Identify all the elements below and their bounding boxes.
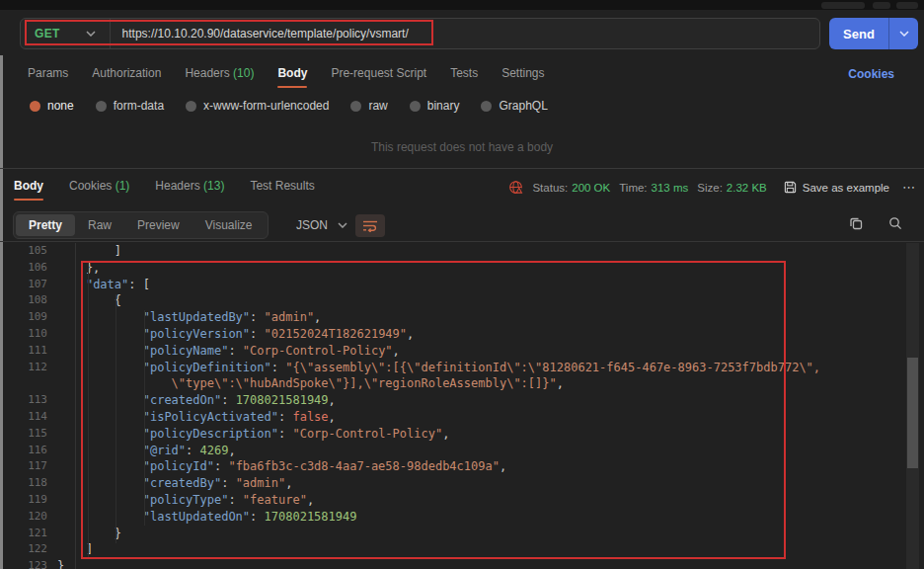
line-number: 118 <box>0 475 47 492</box>
line-number: 112 <box>0 360 47 376</box>
radio-label: x-www-form-urlencoded <box>203 99 329 113</box>
body-type-radio-none[interactable]: none <box>30 99 74 113</box>
time-label: Time: <box>619 182 647 194</box>
line-number: 117 <box>0 458 47 475</box>
line-number: 119 <box>0 492 47 509</box>
time-value: 313 ms <box>652 182 689 194</box>
code-line-text: "data": [ <box>47 277 150 293</box>
code-line: 122 ] <box>0 541 924 558</box>
code-line-text: { <box>47 292 121 309</box>
body-type-radio-form-data[interactable]: form-data <box>96 99 164 113</box>
line-number: 122 <box>0 541 47 558</box>
status-badge: Status: 200 OK <box>532 182 610 194</box>
code-line-text: "policyDefinition": "{\"assembly\":[{\"d… <box>47 360 820 376</box>
response-tab-body[interactable]: Body <box>14 179 43 197</box>
tab-body[interactable]: Body <box>277 66 307 84</box>
time-badge: Time: 313 ms <box>619 182 688 194</box>
scrollbar-thumb[interactable] <box>907 358 918 468</box>
body-type-radio-graphql[interactable]: GraphQL <box>481 99 547 113</box>
line-number: 115 <box>0 426 47 443</box>
line-number: 123 <box>0 558 47 569</box>
code-line: 123} <box>0 558 924 569</box>
radio-dot-icon <box>410 101 421 112</box>
code-line-text: } <box>47 526 121 542</box>
code-line: 115 "policyDescription": "Corp-Control-P… <box>0 426 924 443</box>
ghost-tab <box>821 2 865 9</box>
tab-settings[interactable]: Settings <box>501 66 544 84</box>
code-line-text: "createdOn": 1708021581949, <box>47 392 336 409</box>
body-type-radio-raw[interactable]: raw <box>350 99 387 113</box>
size-badge: Size: 2.32 KB <box>697 182 767 194</box>
code-line: 119 "policyType": "feature", <box>0 492 924 509</box>
radio-label: binary <box>427 99 460 113</box>
format-dropdown-value: JSON <box>296 218 328 232</box>
view-mode-raw[interactable]: Raw <box>75 214 124 236</box>
format-dropdown[interactable]: JSON <box>288 215 355 235</box>
chevron-down-icon <box>86 31 96 37</box>
wrap-text-button[interactable] <box>355 214 385 237</box>
status-label: Status: <box>532 182 568 194</box>
code-line-text: \"type\":\"hubAndSpoke\"}],\"regionRoleA… <box>47 375 564 392</box>
line-number: 109 <box>0 309 47 326</box>
search-icon[interactable] <box>888 216 902 230</box>
code-line-text: } <box>47 558 64 569</box>
divider <box>0 168 924 169</box>
line-number: 106 <box>0 260 47 277</box>
body-type-radios: noneform-datax-www-form-urlencodedrawbin… <box>30 99 548 113</box>
size-value: 2.32 KB <box>727 182 767 194</box>
empty-body-message: This request does not have a body <box>0 140 924 154</box>
tab-count: (10) <box>233 66 254 80</box>
response-meta: Status: 200 OK Time: 313 ms Size: 2.32 K… <box>508 180 916 195</box>
line-number: 121 <box>0 526 47 542</box>
save-as-example-label: Save as example <box>803 182 889 194</box>
radio-label: raw <box>368 99 387 113</box>
url-input[interactable]: https://10.10.20.90/dataservice/template… <box>111 27 409 41</box>
save-as-example-button[interactable]: Save as example <box>784 181 889 194</box>
response-body-json[interactable]: 105 ]106 },107 "data": [108 {109 "lastUp… <box>0 243 924 569</box>
response-view-bar: PrettyRawPreviewVisualize JSON <box>0 208 924 242</box>
body-type-radio-binary[interactable]: binary <box>410 99 460 113</box>
send-options-chevron-icon[interactable] <box>889 31 918 37</box>
code-line: 121 } <box>0 526 924 542</box>
radio-dot-icon <box>186 101 196 112</box>
code-line: 113 "createdOn": 1708021581949, <box>0 392 924 409</box>
network-globe-icon[interactable] <box>508 180 523 195</box>
method-dropdown[interactable]: GET <box>21 19 110 48</box>
radio-dot-icon <box>350 101 361 112</box>
view-mode-visualize[interactable]: Visualize <box>192 214 266 236</box>
more-options-icon[interactable]: ⋯ <box>902 180 916 195</box>
chevron-down-icon <box>338 222 347 228</box>
code-line-text: "createdBy": "admin", <box>47 475 292 492</box>
wrap-text-icon <box>362 219 378 232</box>
tab-headers[interactable]: Headers (10) <box>185 66 254 84</box>
response-tab-cookies[interactable]: Cookies (1) <box>69 179 129 197</box>
code-line-text: ] <box>47 541 93 558</box>
code-line: 111 "policyName": "Corp-Control-Policy", <box>0 343 924 360</box>
radio-dot-icon <box>96 101 107 112</box>
size-label: Size: <box>697 182 723 194</box>
tab-pre-request-script[interactable]: Pre-request Script <box>331 66 426 84</box>
code-line: 116 "@rid": 4269, <box>0 443 924 459</box>
send-button-label: Send <box>829 27 888 41</box>
cookies-link[interactable]: Cookies <box>848 67 894 81</box>
indent-guide <box>88 261 89 559</box>
radio-label: GraphQL <box>499 99 547 113</box>
response-tab-headers[interactable]: Headers (13) <box>155 179 224 197</box>
tab-tests[interactable]: Tests <box>450 66 478 84</box>
status-value: 200 OK <box>572 182 610 194</box>
line-number: 105 <box>0 243 47 260</box>
body-type-radio-x-www-form-urlencoded[interactable]: x-www-form-urlencoded <box>186 99 329 113</box>
view-mode-segments: PrettyRawPreviewVisualize <box>13 211 269 239</box>
line-number: 111 <box>0 343 47 360</box>
view-mode-pretty[interactable]: Pretty <box>16 214 75 236</box>
code-line: 105 ] <box>0 243 924 260</box>
copy-icon[interactable] <box>849 216 863 230</box>
tab-authorization[interactable]: Authorization <box>92 66 161 84</box>
send-button[interactable]: Send <box>829 18 918 49</box>
tab-params[interactable]: Params <box>28 66 68 84</box>
code-line: \"type\":\"hubAndSpoke\"}],\"regionRoleA… <box>0 375 924 392</box>
view-mode-preview[interactable]: Preview <box>124 214 192 236</box>
code-line-text: "policyVersion": "02152024T182621949", <box>47 326 414 343</box>
tab-count: (1) <box>116 179 130 193</box>
response-tab-test-results[interactable]: Test Results <box>250 179 314 197</box>
